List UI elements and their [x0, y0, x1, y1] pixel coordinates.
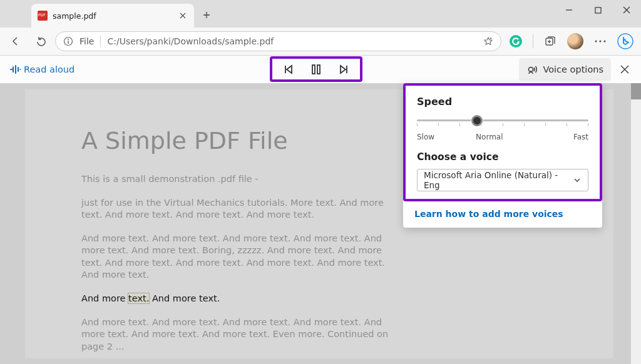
window-controls	[555, 0, 641, 20]
close-read-aloud-button[interactable]	[615, 59, 635, 79]
scrollbar-thumb[interactable]	[631, 83, 641, 99]
pdf-paragraph: And more text. And more text. And more t…	[81, 233, 401, 281]
refresh-button[interactable]	[30, 31, 51, 52]
pdf-viewport: A Simple PDF File This is a small demons…	[0, 83, 641, 364]
svg-point-2	[68, 39, 69, 40]
read-aloud-label[interactable]: Read aloud	[24, 64, 74, 74]
profile-avatar[interactable]	[565, 31, 586, 52]
close-window-button[interactable]	[612, 0, 641, 20]
voice-options-panel: Speed Slow Normal Fast Choose a voice Mi…	[403, 83, 602, 228]
speed-normal-label: Normal	[476, 133, 503, 141]
grammarly-extension-icon[interactable]	[505, 31, 526, 52]
speed-label: Speed	[417, 96, 588, 108]
svg-rect-11	[317, 65, 320, 74]
svg-rect-3	[68, 41, 68, 44]
chevron-down-icon	[573, 176, 582, 185]
speed-fast-label: Fast	[573, 133, 588, 141]
voice-icon	[526, 64, 538, 75]
maximize-button[interactable]	[583, 0, 612, 20]
info-icon[interactable]	[63, 36, 73, 46]
next-button[interactable]	[335, 61, 352, 78]
svg-point-12	[529, 68, 533, 72]
new-tab-button[interactable]	[197, 5, 217, 25]
speed-slow-label: Slow	[417, 133, 434, 141]
previous-button[interactable]	[280, 61, 297, 78]
minimize-button[interactable]	[555, 0, 583, 20]
pdf-paragraph: just for use in the Virtual Mechanics tu…	[81, 197, 401, 221]
more-menu-button[interactable]	[590, 31, 611, 52]
svg-rect-0	[595, 8, 601, 13]
window-titlebar: sample.pdf	[0, 0, 641, 28]
back-button[interactable]	[5, 31, 26, 52]
svg-point-7	[599, 40, 601, 42]
pdf-paragraph: And more text. And more text. And more t…	[81, 316, 401, 353]
svg-point-6	[595, 40, 597, 42]
browser-toolbar: File C:/Users/panki/Downloads/sample.pdf	[0, 28, 641, 55]
pdf-favicon	[38, 11, 48, 21]
current-word-highlight: text.	[128, 293, 149, 303]
divider	[100, 36, 101, 47]
voice-options-button[interactable]: Voice options	[519, 58, 611, 81]
address-url: C:/Users/panki/Downloads/sample.pdf	[107, 36, 477, 46]
svg-point-8	[603, 40, 605, 42]
tab-close-button[interactable]	[178, 11, 188, 21]
svg-rect-10	[312, 65, 315, 74]
pause-button[interactable]	[307, 61, 325, 78]
learn-add-voices-link[interactable]: Learn how to add more voices	[403, 201, 602, 228]
divider	[533, 34, 533, 48]
address-bar[interactable]: File C:/Users/panki/Downloads/sample.pdf	[55, 31, 501, 51]
slider-thumb[interactable]	[471, 115, 483, 126]
choose-voice-label: Choose a voice	[417, 151, 588, 163]
pdf-paragraph: This is a small demonstration .pdf file …	[81, 173, 401, 186]
vertical-scrollbar[interactable]	[631, 83, 641, 364]
pdf-active-sentence: And more text. And more text.	[81, 293, 401, 305]
browser-tab[interactable]: sample.pdf	[31, 4, 194, 28]
bing-sidebar-button[interactable]	[615, 31, 636, 52]
address-scheme-label: File	[79, 36, 94, 46]
speed-slider[interactable]	[417, 114, 588, 130]
playback-controls-highlight	[270, 56, 362, 82]
tab-title: sample.pdf	[53, 11, 173, 21]
svg-point-4	[510, 35, 522, 48]
read-aloud-bar: Read aloud Voice options	[0, 56, 641, 83]
selected-voice: Microsoft Aria Online (Natural) - Eng	[424, 170, 573, 190]
collections-button[interactable]	[540, 31, 561, 52]
voice-options-label: Voice options	[543, 64, 603, 74]
read-aloud-icon	[6, 64, 24, 75]
favorite-button[interactable]	[483, 36, 493, 46]
voice-select[interactable]: Microsoft Aria Online (Natural) - Eng	[417, 169, 588, 191]
